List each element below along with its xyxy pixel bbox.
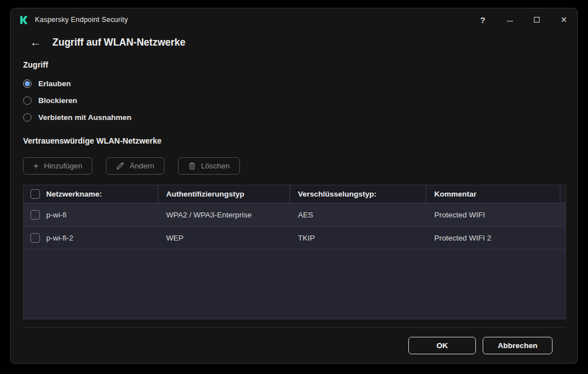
cancel-button[interactable]: Abbrechen (483, 337, 553, 354)
cell-spacer (560, 203, 568, 226)
table-header-row: Netzwerkname: Authentifizierungstyp Vers… (24, 185, 565, 203)
back-arrow-icon[interactable]: ← (30, 37, 41, 48)
row-checkbox[interactable] (30, 210, 40, 220)
trusted-networks-toolbar: + Hinzufügen Ändern Löschen (23, 157, 565, 175)
radio-icon (23, 96, 32, 105)
header-kommentar[interactable]: Kommentar (426, 185, 560, 203)
header-authentifizierungstyp[interactable]: Authentifizierungstyp (158, 185, 290, 203)
minimize-button[interactable] (496, 8, 523, 31)
ok-button[interactable]: OK (408, 337, 476, 354)
cell-auth-type: WPA2 / WPA3-Enterprise (158, 203, 290, 226)
edit-button[interactable]: Ändern (106, 157, 164, 175)
header-verschluesselungstyp[interactable]: Verschlüsselungstyp: (290, 185, 426, 203)
header-spacer (560, 185, 568, 203)
app-window: Kaspersky Endpoint Security ? ✕ ← Zugrif… (10, 8, 578, 364)
trash-icon (188, 162, 196, 170)
edit-button-label: Ändern (130, 162, 154, 170)
radio-label: Erlauben (38, 79, 71, 88)
radio-option-erlauben[interactable]: Erlauben (23, 75, 565, 92)
cell-encryption-type: TKIP (290, 226, 426, 249)
cell-comment: Protected WIFI 2 (426, 226, 560, 249)
header-label: Netzwerkname: (46, 190, 102, 198)
pencil-icon (116, 162, 124, 170)
trusted-networks-label: Vertrauenswürdige WLAN-Netzwerke (23, 136, 565, 148)
cell-auth-type: WEP (158, 226, 290, 249)
maximize-icon (534, 17, 540, 23)
select-all-checkbox[interactable] (30, 189, 40, 199)
cell-encryption-type: AES (290, 203, 426, 226)
cell-network-name: p-wi-fi-2 (46, 234, 73, 242)
trusted-networks-table: Netzwerkname: Authentifizierungstyp Vers… (23, 185, 566, 319)
add-button[interactable]: + Hinzufügen (23, 157, 92, 175)
access-section-label: Zugriff (23, 60, 565, 72)
add-button-label: Hinzufügen (44, 162, 82, 170)
table-row[interactable]: p-wi-fi-2 WEP TKIP Protected WIFI 2 (24, 226, 565, 250)
delete-button[interactable]: Löschen (178, 157, 240, 175)
window-title: Kaspersky Endpoint Security (35, 16, 128, 24)
radio-option-blockieren[interactable]: Blockieren (23, 92, 565, 109)
page-header: ← Zugriff auf WLAN-Netzwerke (11, 34, 577, 50)
plus-icon: + (33, 161, 39, 171)
radio-label: Blockieren (38, 96, 77, 105)
radio-option-verbieten-mit-ausnahmen[interactable]: Verbieten mit Ausnahmen (23, 109, 565, 126)
row-checkbox[interactable] (30, 233, 40, 243)
footer-bar: OK Abbrechen (23, 327, 565, 363)
delete-button-label: Löschen (201, 162, 230, 170)
cell-spacer (560, 226, 568, 249)
help-button[interactable]: ? (469, 8, 496, 31)
close-button[interactable]: ✕ (550, 8, 577, 31)
table-row[interactable]: p-wi-fi WPA2 / WPA3-Enterprise AES Prote… (24, 203, 565, 226)
radio-label: Verbieten mit Ausnahmen (38, 113, 131, 122)
title-bar: Kaspersky Endpoint Security ? ✕ (11, 8, 577, 31)
cell-comment: Protected WIFI (426, 203, 560, 226)
page-title: Zugriff auf WLAN-Netzwerke (52, 37, 185, 48)
minimize-icon (507, 21, 513, 21)
header-netzwerkname[interactable]: Netzwerkname: (24, 185, 158, 203)
radio-icon (23, 79, 32, 88)
access-radio-group: Erlauben Blockieren Verbieten mit Ausnah… (23, 75, 565, 126)
maximize-button[interactable] (523, 8, 550, 31)
cell-network-name: p-wi-fi (46, 211, 66, 219)
radio-icon (23, 113, 32, 122)
kaspersky-logo-icon (19, 15, 29, 25)
page-content: Zugriff Erlauben Blockieren Verbieten mi… (11, 50, 577, 363)
window-controls: ? ✕ (469, 8, 577, 31)
